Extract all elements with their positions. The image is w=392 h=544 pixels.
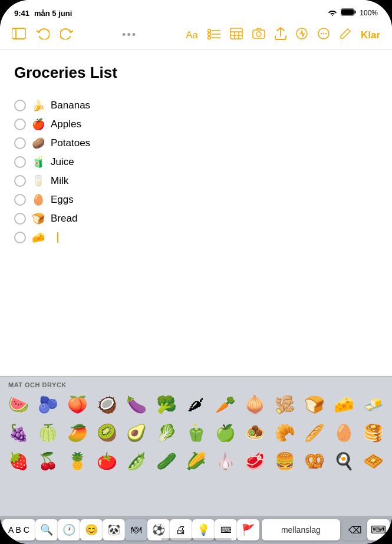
svg-point-9 (207, 37, 210, 39)
item-text: Potatoes (51, 137, 90, 149)
table-icon[interactable] (230, 28, 243, 42)
emoji-cell[interactable]: 🧈 (360, 391, 387, 418)
checklist-item: 🍞Bread (14, 209, 378, 228)
done-button[interactable]: Klar (361, 29, 380, 41)
emoji-cell[interactable]: 🍏 (212, 419, 239, 446)
emoji-cell[interactable]: 🥥 (94, 391, 121, 418)
emoji-cell[interactable]: 🥨 (301, 447, 328, 474)
emoji-cell[interactable]: 🥑 (123, 419, 150, 446)
food-emoji-button[interactable]: 🍽 (125, 519, 147, 540)
check-circle[interactable] (14, 194, 26, 206)
emoji-cell[interactable]: 🍍 (64, 447, 91, 474)
emoji-row: 🍇🍈🥭🥝🥑🥬🫑🍏🧆🥐🥖🥚🥞 (4, 419, 388, 446)
emoji-cell[interactable]: 🥭 (64, 419, 91, 446)
flags-emoji-button[interactable]: 🚩 (237, 519, 259, 540)
checklist-item: 🥛Milk (14, 172, 378, 190)
text-format-button[interactable]: Aa (186, 29, 198, 41)
emoji-cell[interactable]: 🍞 (301, 391, 328, 418)
toolbar-more-dots[interactable]: ••• (122, 29, 137, 41)
svg-text:⌨: ⌨ (220, 525, 231, 535)
objects-emoji-button[interactable]: 💡 (192, 519, 215, 540)
check-circle[interactable] (14, 118, 26, 130)
camera-icon[interactable] (252, 28, 265, 42)
emoji-cell[interactable]: 🧅 (242, 391, 269, 418)
emoji-cell[interactable]: 🥩 (242, 447, 269, 474)
item-emoji: 🍌 (32, 99, 45, 112)
status-bar: 9:41 mån 5 juni 100% (0, 0, 392, 21)
svg-point-7 (207, 33, 210, 36)
item-text: Milk (51, 175, 68, 187)
svg-rect-16 (253, 30, 265, 38)
emoji-cell[interactable]: 🧀 (331, 391, 358, 418)
keyboard-toggle-button[interactable]: ⌨ (367, 519, 390, 540)
item-text: Juice (51, 156, 74, 168)
emoji-cell[interactable]: 🍑 (64, 391, 91, 418)
travel-emoji-button[interactable]: 🖨 (170, 519, 192, 540)
svg-point-21 (323, 33, 324, 34)
check-circle[interactable] (14, 100, 26, 111)
emoji-cell[interactable]: 🍆 (123, 391, 150, 418)
emoji-cell[interactable]: 🫛 (123, 447, 150, 474)
svg-point-5 (207, 29, 210, 32)
more-icon[interactable] (317, 27, 330, 43)
home-indicator (161, 538, 232, 540)
emoji-cell[interactable]: 🍉 (5, 391, 32, 418)
check-circle[interactable] (14, 137, 26, 149)
emoji-cell[interactable]: 🥞 (360, 419, 387, 446)
markup-icon[interactable] (296, 28, 308, 42)
people-emoji-button[interactable]: 😊 (80, 519, 103, 540)
emoji-cell[interactable]: 🫐 (34, 391, 61, 418)
check-circle[interactable] (14, 232, 26, 243)
recent-emoji-button[interactable]: 🕐 (58, 519, 80, 540)
emoji-cell[interactable]: 🧆 (242, 419, 269, 446)
emoji-cell[interactable]: 🌽 (182, 447, 209, 474)
check-circle[interactable] (14, 156, 26, 168)
spacebar-button[interactable]: mellanslag (262, 519, 340, 540)
emoji-cell[interactable]: 🧇 (360, 447, 387, 474)
emoji-cell[interactable]: 🌶 (182, 391, 209, 418)
emoji-cell[interactable]: 🍔 (271, 447, 298, 474)
animal-emoji-button[interactable]: 🐼 (103, 519, 125, 540)
emoji-cell[interactable]: 🍈 (34, 419, 61, 446)
checklist-item: 🧃Juice (14, 153, 378, 172)
delete-button[interactable]: ⌫ (342, 519, 367, 540)
emoji-cell[interactable]: 🥖 (301, 419, 328, 446)
undo-icon[interactable] (37, 28, 50, 42)
emoji-cell[interactable]: 🥕 (212, 391, 239, 418)
emoji-cell[interactable]: 🧄 (212, 447, 239, 474)
emoji-cell[interactable]: 🍇 (5, 419, 32, 446)
item-emoji: 🧃 (32, 156, 45, 169)
emoji-row: 🍉🫐🍑🥥🍆🥦🌶🥕🧅🫚🍞🧀🧈 (4, 391, 388, 418)
activity-emoji-button[interactable]: ⚽ (147, 519, 170, 540)
item-emoji: 🍎 (32, 118, 45, 131)
edit-icon[interactable] (340, 28, 351, 42)
emoji-cell[interactable]: 🫚 (271, 391, 298, 418)
checklist-item: 🥚Eggs (14, 190, 378, 209)
svg-point-18 (297, 28, 307, 39)
checklist: 🍌Bananas🍎Apples🥔Potatoes🧃Juice🥛Milk🥚Eggs… (14, 96, 378, 247)
symbols-emoji-button[interactable]: ⌨ (215, 519, 237, 540)
emoji-cell[interactable]: 🍳 (331, 447, 358, 474)
emoji-cell[interactable]: 🥐 (271, 419, 298, 446)
redo-icon[interactable] (60, 28, 73, 42)
note-title: Groceries List (14, 64, 378, 82)
emoji-cell[interactable]: 🫑 (182, 419, 209, 446)
check-circle[interactable] (14, 213, 26, 225)
share-icon[interactable] (275, 27, 286, 43)
emoji-cell[interactable]: 🥬 (153, 419, 180, 446)
emoji-cell[interactable]: 🍅 (94, 447, 121, 474)
check-circle[interactable] (14, 175, 26, 187)
sidebar-toggle-icon[interactable] (12, 28, 26, 42)
battery-percent: 100% (360, 9, 378, 17)
checklist-icon[interactable] (207, 28, 220, 42)
checklist-item: 🧀 (14, 228, 378, 247)
emoji-cell[interactable]: 🥒 (153, 447, 180, 474)
emoji-cell[interactable]: 🍒 (34, 447, 61, 474)
emoji-cell[interactable]: 🥚 (331, 419, 358, 446)
emoji-cell[interactable]: 🍓 (5, 447, 32, 474)
item-text: Apples (51, 118, 81, 130)
search-emoji-button[interactable]: 🔍 (35, 519, 58, 540)
emoji-cell[interactable]: 🥦 (153, 391, 180, 418)
abc-button[interactable]: A B C (2, 519, 35, 540)
emoji-cell[interactable]: 🥝 (94, 419, 121, 446)
